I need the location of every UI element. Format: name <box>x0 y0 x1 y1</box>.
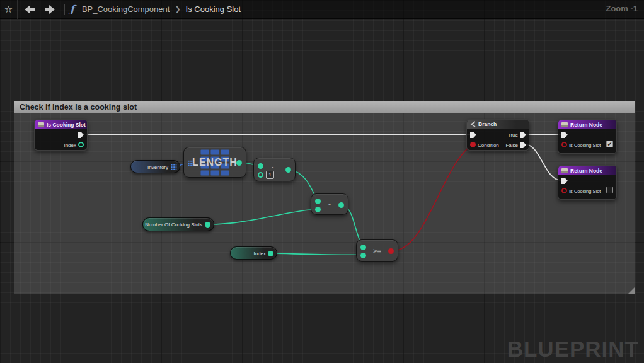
breadcrumb-current: Is Cooking Slot <box>186 4 241 14</box>
forward-button[interactable] <box>42 3 58 16</box>
comment-header[interactable]: Check if index is a cooking slot <box>14 101 635 113</box>
comment-resize-handle[interactable] <box>628 287 635 294</box>
pin-label-true: True <box>508 132 518 138</box>
blueprint-watermark: BLUEPRINT <box>507 337 639 362</box>
function-icon: ƒ <box>70 3 74 15</box>
bool-checkbox-unchecked[interactable] <box>606 187 613 193</box>
pin-label-condition: Condition <box>478 142 499 148</box>
favorite-button[interactable]: ☆ <box>0 0 18 19</box>
chevron-right-icon: ❯ <box>175 5 180 13</box>
int-input-pin-b[interactable] <box>258 172 263 178</box>
node-greater-equal[interactable]: >= <box>356 239 398 262</box>
bool-checkbox-checked[interactable]: ✔ <box>606 141 613 147</box>
default-value-field[interactable]: 1 <box>266 171 274 179</box>
function-result-icon <box>561 122 568 127</box>
graph-toolbar: ☆ ƒ BP_CookingComponent ❯ Is Cooking Slo… <box>0 0 644 19</box>
zoom-indicator: Zoom -1 <box>606 4 638 13</box>
bool-input-pin-condition[interactable] <box>470 142 476 147</box>
node-function-entry[interactable]: Is Cooking Slot Index <box>34 119 88 151</box>
int-output-pin[interactable] <box>268 251 273 256</box>
exec-output-pin[interactable] <box>78 132 84 138</box>
exec-input-pin[interactable] <box>470 132 476 138</box>
bool-input-pin[interactable] <box>561 142 567 147</box>
node-array-length[interactable]: LENGTH <box>183 147 246 178</box>
node-branch[interactable]: Branch Condition True False <box>466 119 529 151</box>
node-get-num-cooking-slots[interactable]: Number Of Cooking Slots <box>142 217 214 231</box>
return-node-title: Return Node <box>570 122 602 128</box>
branch-node-title: Branch <box>478 121 497 127</box>
forward-arrow-icon <box>45 5 55 14</box>
back-button[interactable] <box>21 3 38 16</box>
exec-output-pin-false[interactable] <box>520 142 526 148</box>
int-output-pin[interactable] <box>338 202 344 208</box>
variable-label: Inventory <box>147 164 168 170</box>
node-subtract-one[interactable]: 1 - <box>253 158 296 182</box>
function-entry-icon <box>38 122 44 127</box>
breadcrumb-root[interactable]: BP_CookingComponent <box>82 4 170 14</box>
pin-label-index: Index <box>64 142 76 148</box>
back-arrow-icon <box>25 5 35 14</box>
node-get-index[interactable]: Index <box>230 246 277 260</box>
node-return-false[interactable]: Return Node Is Cooking Slot <box>558 165 617 200</box>
entry-node-title: Is Cooking Slot <box>47 122 86 128</box>
return-node-header: Return Node <box>558 120 616 129</box>
comment-title: Check if index is a cooking slot <box>20 103 137 112</box>
subtract-operator-glyph: - <box>272 163 273 170</box>
int-input-pin-a[interactable] <box>258 163 263 169</box>
toolbar-separator <box>64 4 65 15</box>
array-output-pin[interactable] <box>171 164 177 170</box>
variable-label: Index <box>253 250 266 256</box>
exec-input-pin[interactable] <box>561 132 568 138</box>
pin-label-is-cooking-slot: Is Cooking Slot <box>569 188 601 194</box>
array-input-pin[interactable] <box>188 160 194 166</box>
exec-output-pin-true[interactable] <box>520 132 526 138</box>
int-output-pin-index[interactable] <box>78 142 84 147</box>
entry-node-header: Is Cooking Slot <box>35 120 87 129</box>
pin-label-is-cooking-slot: Is Cooking Slot <box>569 142 601 148</box>
function-result-icon <box>561 168 568 173</box>
node-return-true[interactable]: Return Node Is Cooking Slot ✔ <box>558 119 617 154</box>
return-node-header: Return Node <box>558 166 616 175</box>
return-node-title: Return Node <box>570 168 602 174</box>
node-get-inventory[interactable]: Inventory <box>130 160 180 173</box>
int-output-pin[interactable] <box>236 160 242 166</box>
blueprint-graph-editor: ☆ ƒ BP_CookingComponent ❯ Is Cooking Slo… <box>0 0 644 363</box>
node-subtract[interactable]: - <box>311 193 348 215</box>
int-output-pin[interactable] <box>285 167 291 173</box>
pin-label-false: False <box>505 142 518 148</box>
bool-input-pin[interactable] <box>561 188 567 193</box>
int-output-pin[interactable] <box>205 222 210 228</box>
branch-node-header: Branch <box>467 120 529 129</box>
branch-icon <box>470 121 476 127</box>
star-icon: ☆ <box>4 4 13 15</box>
variable-label: Number Of Cooking Slots <box>145 222 202 228</box>
exec-input-pin[interactable] <box>561 178 568 184</box>
bool-output-pin[interactable] <box>388 248 394 254</box>
